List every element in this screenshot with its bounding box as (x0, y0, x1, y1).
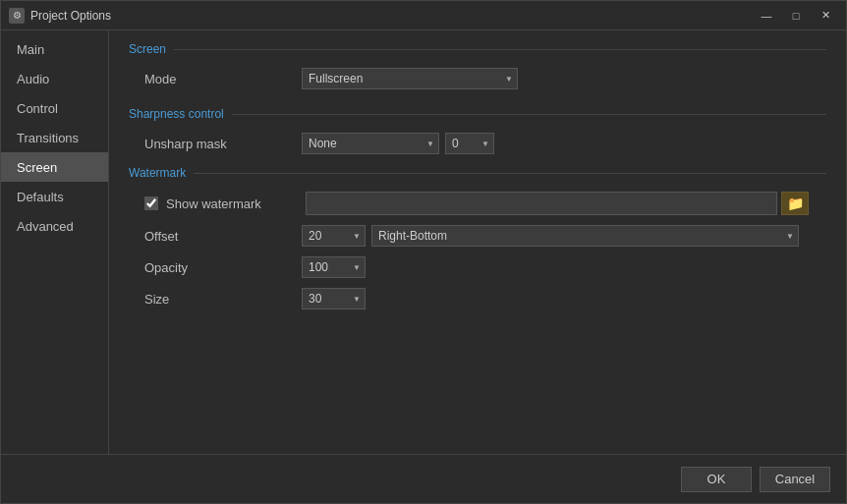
mode-select[interactable]: Fullscreen Windowed Borderless (302, 68, 518, 89)
mode-controls: Fullscreen Windowed Borderless (302, 68, 518, 89)
opacity-controls: 100 75 50 25 (302, 256, 366, 278)
unsharp-value-wrapper: 0 1 2 3 (445, 133, 494, 154)
mode-row: Mode Fullscreen Windowed Borderless (129, 68, 826, 89)
minimize-button[interactable]: — (754, 6, 779, 26)
sharpness-section-header: Sharpness control (129, 107, 826, 121)
watermark-section-header: Watermark (129, 166, 826, 180)
show-watermark-label: Show watermark (166, 196, 294, 211)
offset-controls: 20 10 30 Right-Bottom Left-Bottom Right-… (302, 225, 799, 247)
show-watermark-checkbox[interactable] (144, 196, 158, 210)
cancel-button[interactable]: Cancel (760, 467, 830, 492)
unsharp-value-select[interactable]: 0 1 2 3 (445, 133, 494, 154)
watermark-path-input[interactable] (306, 192, 777, 215)
size-label: Size (144, 292, 302, 307)
mode-select-wrapper: Fullscreen Windowed Borderless (302, 68, 518, 89)
position-select-wrapper: Right-Bottom Left-Bottom Right-Top Left-… (371, 225, 799, 247)
ok-button[interactable]: OK (681, 467, 752, 492)
app-icon: ⚙ (9, 8, 25, 24)
maximize-button[interactable]: □ (783, 6, 809, 26)
window-title: Project Options (30, 9, 754, 23)
folder-browse-button[interactable]: 📁 (781, 192, 809, 215)
main-content: Main Audio Control Transitions Screen De… (1, 30, 846, 454)
footer: OK Cancel (1, 454, 846, 503)
watermark-section-line (194, 173, 826, 174)
close-button[interactable]: ✕ (813, 6, 838, 26)
position-select[interactable]: Right-Bottom Left-Bottom Right-Top Left-… (371, 225, 799, 247)
show-watermark-row: Show watermark 📁 (129, 192, 826, 215)
size-value-wrapper: 30 20 40 50 (302, 288, 366, 309)
opacity-value-wrapper: 100 75 50 25 (302, 256, 366, 278)
unsharp-select[interactable]: None Low Medium High (302, 133, 439, 154)
screen-section-header: Screen (129, 42, 826, 56)
unsharp-label: Unsharp mask (144, 137, 302, 151)
opacity-row: Opacity 100 75 50 25 (129, 256, 826, 278)
sidebar: Main Audio Control Transitions Screen De… (1, 30, 109, 454)
sidebar-item-control[interactable]: Control (1, 93, 108, 123)
sidebar-item-main[interactable]: Main (1, 34, 108, 64)
offset-label: Offset (144, 229, 302, 244)
unsharp-controls: None Low Medium High 0 1 2 3 (302, 133, 494, 154)
sidebar-item-advanced[interactable]: Advanced (1, 211, 108, 241)
project-options-window: ⚙ Project Options — □ ✕ Main Audio Contr… (0, 0, 847, 504)
unsharp-select-wrapper: None Low Medium High (302, 133, 439, 154)
sidebar-item-defaults[interactable]: Defaults (1, 182, 108, 211)
screen-section-label: Screen (129, 42, 166, 56)
sharpness-section-label: Sharpness control (129, 107, 224, 121)
size-controls: 30 20 40 50 (302, 288, 366, 309)
screen-section-line (174, 49, 826, 50)
unsharp-row: Unsharp mask None Low Medium High 0 (129, 133, 826, 154)
opacity-value-select[interactable]: 100 75 50 25 (302, 256, 366, 278)
offset-row: Offset 20 10 30 Right-Bottom Left-Bottom (129, 225, 826, 247)
sidebar-item-audio[interactable]: Audio (1, 64, 108, 93)
watermark-section-label: Watermark (129, 166, 186, 180)
window-controls: — □ ✕ (754, 6, 838, 26)
titlebar: ⚙ Project Options — □ ✕ (1, 1, 846, 30)
offset-value-wrapper: 20 10 30 (302, 225, 366, 247)
size-row: Size 30 20 40 50 (129, 288, 826, 309)
offset-value-select[interactable]: 20 10 30 (302, 225, 366, 247)
content-area: Screen Mode Fullscreen Windowed Borderle… (109, 30, 846, 454)
sidebar-item-screen[interactable]: Screen (1, 152, 108, 182)
opacity-label: Opacity (144, 260, 302, 275)
sidebar-item-transitions[interactable]: Transitions (1, 123, 108, 152)
sharpness-section-line (232, 114, 826, 115)
size-value-select[interactable]: 30 20 40 50 (302, 288, 366, 309)
mode-label: Mode (144, 72, 302, 86)
